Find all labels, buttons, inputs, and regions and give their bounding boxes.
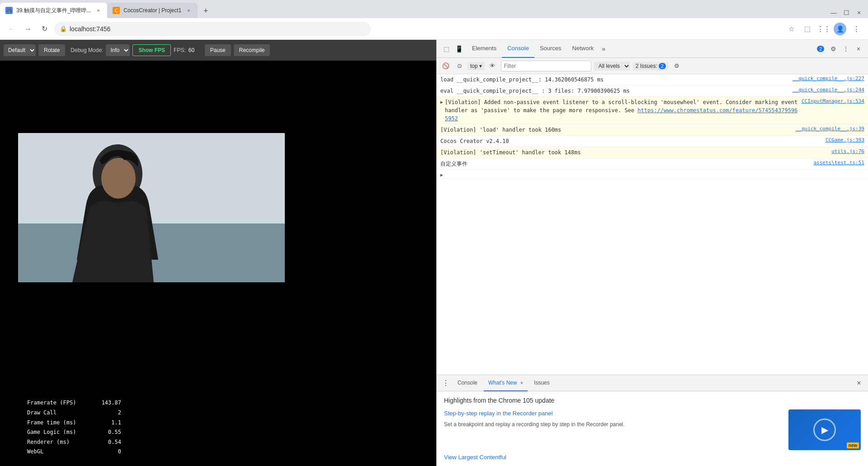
log-entry-violation: [Violation] 'setTimeout' handler took 14…	[437, 147, 868, 158]
log-source[interactable]: __quick_compile__.js:244	[789, 87, 864, 93]
console-settings-icon[interactable]: ⚙	[671, 61, 682, 71]
eye-icon[interactable]: 👁	[487, 61, 498, 71]
game-canvas: Framerate (FPS) 143.87 Draw Call 2 Frame…	[0, 61, 436, 466]
play-icon: ▶	[821, 424, 828, 435]
bottom-tab-issues[interactable]: Issues	[529, 375, 554, 391]
devtools-close-icon[interactable]: ×	[853, 43, 864, 55]
issues-label: 2 Issues:	[636, 63, 657, 69]
stats-overlay: Framerate (FPS) 143.87 Draw Call 2 Frame…	[27, 398, 121, 457]
url-text: localhost:7456	[70, 25, 110, 33]
inspect-element-icon[interactable]: ⬚	[440, 43, 452, 55]
log-source[interactable]: CCGame.js:393	[822, 137, 864, 143]
log-entry: eval __quick_compile_project__ : 3 files…	[437, 86, 868, 97]
restore-icon[interactable]: ☐	[841, 7, 852, 18]
levels-dropdown[interactable]: All levels	[594, 62, 630, 71]
bottom-panel-close-button[interactable]: ×	[854, 378, 864, 389]
stat-renderer-key: Renderer (ms)	[27, 437, 90, 447]
expand-icon[interactable]: ▶	[440, 172, 443, 177]
tab-close-1[interactable]: ×	[94, 7, 102, 14]
main-content: Default Rotate Debug Mode: Info Show FPS…	[0, 40, 868, 466]
top-context-dropdown[interactable]: top ▾	[467, 62, 485, 70]
back-button[interactable]: ←	[5, 23, 18, 35]
debug-mode-select[interactable]: Info	[106, 44, 130, 56]
issues-button[interactable]: 2 Issues: 2	[633, 62, 669, 70]
stat-draw-call-value: 2	[94, 408, 121, 418]
devtools-settings-icon[interactable]: ⚙	[827, 43, 839, 55]
tab-elements[interactable]: Elements	[467, 40, 502, 58]
devtools-top-bar: ⬚ 📱 Elements Console Sources Network	[437, 40, 868, 58]
fps-label: FPS:	[174, 47, 186, 53]
highlights-text: Step-by-step replay in the Recorder pane…	[444, 409, 781, 428]
log-entry-violation: [Violation] 'load' handler took 160ms __…	[437, 124, 868, 136]
top-label: top	[470, 63, 478, 69]
reload-button[interactable]: ↻	[38, 23, 51, 35]
svg-rect-1	[18, 133, 285, 223]
device-toolbar-icon[interactable]: 📱	[453, 43, 465, 55]
log-text: eval __quick_compile_project__ : 3 files…	[440, 87, 789, 95]
expand-icon[interactable]: ▶	[440, 100, 443, 105]
devtools-top-right: 2 ⚙ ⋮ ×	[815, 43, 864, 55]
highlights-link[interactable]: Step-by-step replay in the Recorder pane…	[444, 409, 781, 418]
stat-webgl-key: WebGL	[27, 447, 90, 457]
tab-title-2: CocosCreator | Project1	[123, 7, 181, 14]
bottom-tab-close-icon[interactable]: ×	[520, 380, 523, 385]
tab-inactive[interactable]: C CocosCreator | Project1 ×	[107, 3, 198, 18]
filter-input[interactable]	[501, 61, 591, 71]
issues-badge: 2	[817, 46, 824, 52]
log-text: [Violation] Added non-passive event list…	[445, 98, 798, 123]
highlights-thumbnail: ▶ new	[788, 409, 861, 450]
cast-icon[interactable]: ⬚	[801, 23, 814, 35]
close-browser-icon[interactable]: ×	[854, 7, 864, 18]
new-tab-button[interactable]: +	[199, 5, 212, 17]
bottom-tab-whats-new[interactable]: What's New ×	[484, 375, 528, 391]
address-bar: ← → ↻ 🔒 localhost:7456 ☆ ⬚ ⋮⋮ 👤 ⋮	[0, 18, 868, 40]
bottom-more-icon[interactable]: ⋮	[440, 378, 451, 389]
log-source[interactable]: CCInputManager.js:534	[798, 98, 864, 104]
more-tabs-button[interactable]: »	[599, 40, 608, 58]
devtools-vertical-dots-icon[interactable]: ⋮	[840, 43, 852, 55]
log-text: [Violation] 'load' handler took 160ms	[440, 126, 792, 134]
clear-console-icon[interactable]: 🚫	[440, 61, 451, 71]
stat-frame-time-key: Frame time (ms)	[27, 418, 90, 428]
browser-apps-icon[interactable]: ⋮⋮	[817, 23, 830, 35]
bottom-tab-console-label: Console	[458, 380, 477, 386]
tab-sources[interactable]: Sources	[534, 40, 567, 58]
violation-link[interactable]: https://www.chromestatus.com/feature/574…	[445, 107, 797, 122]
recompile-button[interactable]: Recompile	[234, 44, 270, 56]
stat-frame-time-value: 1.1	[94, 418, 121, 428]
browser-window: 🎮 39.触摸与自定义事件_哔哩哔... × C CocosCreator | …	[0, 0, 868, 466]
log-source[interactable]: assets\test.ts:51	[810, 160, 864, 166]
console-toolbar: 🚫 ⊙ top ▾ 👁 All levels 2 Issues: 2 ⚙	[437, 58, 868, 74]
log-text: 自定义事件	[440, 160, 810, 168]
log-source[interactable]: __quick_compile__.js:227	[789, 76, 864, 81]
url-bar[interactable]: 🔒 localhost:7456	[54, 22, 371, 36]
tab-active[interactable]: 🎮 39.触摸与自定义事件_哔哩哔... ×	[0, 3, 107, 18]
default-select[interactable]: Default	[4, 44, 36, 56]
log-text: Cocos Creator v2.4.10	[440, 137, 822, 145]
forward-button[interactable]: →	[22, 23, 34, 35]
preserve-log-icon[interactable]: ⊙	[454, 61, 465, 71]
log-text: load __quick_compile_project__: 14.36206…	[440, 76, 789, 84]
minimize-icon[interactable]: —	[828, 7, 839, 18]
profile-icon[interactable]: 👤	[834, 23, 846, 35]
address-bar-right: ☆ ⬚ ⋮⋮ 👤 ⋮	[374, 23, 863, 35]
show-fps-button[interactable]: Show FPS	[132, 44, 171, 56]
log-entry: load __quick_compile_project__: 14.36206…	[437, 74, 868, 86]
rotate-button[interactable]: Rotate	[38, 44, 65, 56]
stat-webgl: WebGL 0	[27, 447, 121, 457]
tab-close-2[interactable]: ×	[185, 7, 192, 14]
bottom-tab-console[interactable]: Console	[453, 375, 482, 391]
tab-console[interactable]: Console	[502, 40, 534, 58]
tab-network[interactable]: Network	[567, 40, 599, 58]
stat-framerate-value: 143.87	[94, 398, 121, 408]
bookmark-star-icon[interactable]: ☆	[785, 23, 797, 35]
view-largest-contentful-link[interactable]: View Largest Contentful	[444, 454, 861, 461]
pause-button[interactable]: Pause	[205, 44, 231, 56]
log-source[interactable]: utils.js:76	[828, 148, 864, 154]
settings-icon[interactable]: ⋮	[850, 23, 863, 35]
stat-renderer-value: 0.54	[94, 437, 121, 447]
issues-badge-icon[interactable]: 2	[815, 43, 826, 55]
stat-framerate: Framerate (FPS) 143.87	[27, 398, 121, 408]
log-entry-expand: ▶	[437, 170, 868, 179]
log-source[interactable]: __quick_compile__.js:39	[792, 126, 864, 132]
